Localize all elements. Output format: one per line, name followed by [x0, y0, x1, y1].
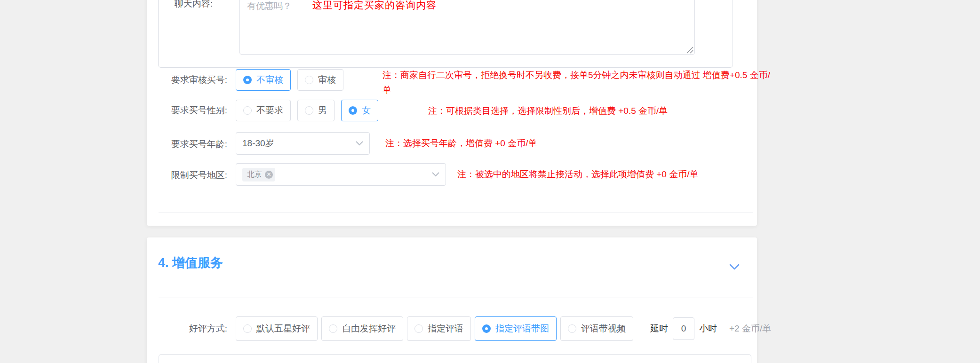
- radio-option[interactable]: 自由发挥好评: [321, 316, 403, 341]
- praise-row-label: 好评方式:: [159, 323, 227, 335]
- audit-row-note: 注：商家自行二次审号，拒绝换号时不另收费，接单5分钟之内未审核则自动通过 增值费…: [382, 68, 770, 98]
- buyer-requirements-card: 聊天内容: 这里可指定买家的咨询内容 要求审核买号: 不审核审核 注：商家自行二…: [147, 0, 757, 226]
- gender-radio-group: 不要求男女: [236, 100, 385, 121]
- radio-option-label: 指定评语带图: [495, 323, 549, 335]
- praise-row: 好评方式: 默认五星好评自由发挥好评指定评语指定评语带图评语带视频 延时 小时 …: [159, 316, 771, 341]
- radio-option-label: 审核: [318, 74, 336, 86]
- region-tag: 北京 ✕: [242, 168, 275, 182]
- task-publish-page: 聊天内容: 这里可指定买家的咨询内容 要求审核买号: 不审核审核 注：商家自行二…: [0, 0, 980, 363]
- radio-option-label: 不要求: [256, 104, 283, 117]
- praise-fee-label: +2 金币/单: [729, 323, 771, 335]
- gender-row: 要求买号性别: 不要求男女: [159, 100, 385, 121]
- radio-option-label: 指定评语: [428, 323, 463, 335]
- chat-content-label: 聊天内容:: [159, 0, 213, 14]
- delay-label: 延时: [650, 323, 668, 335]
- age-row-label: 要求买号年龄:: [159, 133, 227, 156]
- value-added-services-card: 4. 增值服务 好评方式: 默认五星好评自由发挥好评指定评语指定评语带图评语带视…: [147, 237, 757, 363]
- radio-unselected-icon: [568, 324, 576, 333]
- radio-option-label: 评语带视频: [581, 323, 626, 335]
- tag-close-icon[interactable]: ✕: [265, 171, 273, 179]
- chat-content-annotation: 这里可指定买家的咨询内容: [312, 0, 437, 12]
- radio-option[interactable]: 审核: [297, 69, 343, 91]
- delay-unit-label: 小时: [699, 323, 717, 335]
- region-row-label: 限制买号地区:: [159, 164, 227, 187]
- radio-option[interactable]: 女: [341, 100, 378, 121]
- title-divider: [159, 298, 753, 298]
- praise-radio-group: 默认五星好评自由发挥好评指定评语指定评语带图评语带视频: [236, 316, 637, 341]
- radio-option[interactable]: 评语带视频: [560, 316, 633, 341]
- audit-row: 要求审核买号: 不审核审核: [159, 70, 350, 90]
- radio-option-label: 女: [362, 104, 371, 117]
- gender-row-label: 要求买号性别:: [159, 104, 227, 117]
- region-select[interactable]: 北京 ✕: [236, 163, 446, 186]
- radio-option[interactable]: 默认五星好评: [236, 316, 318, 341]
- radio-option-label: 不审核: [256, 74, 283, 86]
- audit-row-label: 要求审核买号:: [159, 74, 227, 86]
- radio-option[interactable]: 不要求: [236, 100, 291, 121]
- section-divider: [159, 213, 753, 213]
- age-select-value: 18-30岁: [242, 137, 274, 150]
- section4-title: 4. 增值服务: [158, 254, 223, 271]
- radio-unselected-icon: [329, 324, 337, 333]
- age-select[interactable]: 18-30岁: [236, 132, 370, 155]
- radio-option[interactable]: 指定评语: [407, 316, 471, 341]
- region-row-note: 注：被选中的地区将禁止接活动，选择此项增值费 +0 金币/单: [457, 167, 699, 182]
- chevron-down-icon: [356, 141, 363, 146]
- radio-option-label: 自由发挥好评: [342, 323, 396, 335]
- radio-unselected-icon: [414, 324, 423, 333]
- audit-radio-group: 不审核审核: [236, 69, 350, 91]
- collapse-chevron-icon[interactable]: [729, 264, 740, 270]
- gender-row-note: 注：可根据类目选择，选择限制性别后，增值费 +0.5 金币/单: [428, 103, 668, 118]
- praise-detail-panel: [159, 354, 751, 363]
- radio-option[interactable]: 男: [297, 100, 335, 121]
- region-tag-label: 北京: [247, 170, 262, 180]
- chevron-down-icon: [432, 172, 439, 177]
- chat-content-textarea[interactable]: [239, 0, 695, 55]
- radio-unselected-icon: [243, 324, 252, 333]
- radio-unselected-icon: [243, 106, 252, 115]
- delay-input[interactable]: [673, 317, 694, 340]
- radio-option-label: 男: [318, 104, 327, 117]
- radio-selected-icon: [349, 106, 357, 115]
- age-row-note: 注：选择买号年龄，增值费 +0 金币/单: [385, 136, 537, 151]
- radio-option[interactable]: 指定评语带图: [475, 316, 557, 341]
- radio-unselected-icon: [305, 76, 313, 84]
- radio-option-label: 默认五星好评: [256, 323, 310, 335]
- radio-option[interactable]: 不审核: [236, 69, 291, 91]
- radio-unselected-icon: [305, 106, 313, 115]
- radio-selected-icon: [482, 324, 491, 333]
- radio-selected-icon: [243, 76, 252, 84]
